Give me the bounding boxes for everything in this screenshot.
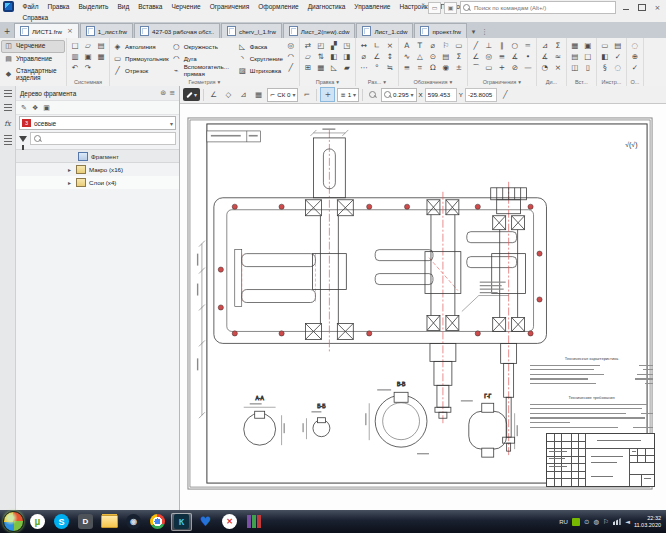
panel-tab-standard-parts[interactable]: ◆ Стандартные изделия	[1, 66, 65, 84]
current-style-button[interactable]: ▾	[183, 88, 200, 101]
ribbon-tool-icon[interactable]: ⊘	[509, 62, 521, 73]
tool-auxline[interactable]: ⌁Вспомогатель... прямая	[171, 64, 235, 77]
ribbon-tool-icon[interactable]: ✓	[612, 51, 624, 62]
ribbon-tool-icon[interactable]: ⊙	[427, 51, 439, 62]
ribbon-tool-icon[interactable]: —	[522, 62, 534, 73]
ribbon-tool-icon[interactable]: ◎	[285, 40, 297, 51]
screen-mode-icon[interactable]: ▣	[444, 2, 457, 14]
zoom-tool-icon[interactable]	[366, 88, 379, 101]
ribbon-tool-icon[interactable]: ◔	[539, 62, 551, 73]
panel-menu-icon[interactable]: ≡	[169, 89, 175, 97]
ribbon-tool-icon[interactable]: ◨	[341, 51, 353, 62]
ribbon-tool-icon[interactable]: ↶	[69, 62, 81, 73]
coordinate-system-combo[interactable]: ⌐ СК 0 ▾	[267, 88, 298, 102]
ribbon-tool-icon[interactable]: ⌒	[470, 62, 482, 73]
tool-circle[interactable]: ○Окружность	[171, 40, 235, 52]
ribbon-tool-icon[interactable]: ✓	[629, 62, 641, 73]
ribbon-tool-icon[interactable]: ▭	[483, 62, 495, 73]
menu-item[interactable]: Файл	[18, 3, 43, 10]
ribbon-tool-icon[interactable]: □	[582, 51, 594, 62]
drawing-viewport[interactable]: √(√)	[180, 104, 666, 510]
ribbon-tool-icon[interactable]: ◺	[328, 62, 340, 73]
ribbon-tool-icon[interactable]: ▱	[302, 51, 314, 62]
ribbon-tool-icon[interactable]: ▞	[328, 40, 340, 51]
corner-rounding-icon[interactable]: ⌐	[300, 88, 313, 101]
ribbon-tool-icon[interactable]: A	[401, 40, 413, 51]
properties-panel-icon[interactable]	[4, 104, 12, 113]
snap-toggle-icon[interactable]: +	[320, 87, 335, 102]
ribbon-tool-icon[interactable]: ⊕	[629, 51, 641, 62]
tab-list-button[interactable]: ▾	[468, 25, 479, 38]
tool-fillet[interactable]: ◝Скругление	[237, 52, 283, 64]
ribbon-tool-icon[interactable]: ▤	[569, 51, 581, 62]
ribbon-tool-icon[interactable]: ⊿	[539, 40, 551, 51]
y-coordinate-field[interactable]: -25.8005	[465, 88, 497, 102]
tray-network-icon[interactable]	[613, 518, 621, 525]
ribbon-tool-icon[interactable]: △	[414, 51, 426, 62]
chevron-down-icon[interactable]: ▾	[518, 79, 521, 85]
ribbon-tool-icon[interactable]: ⋯	[358, 62, 370, 73]
ribbon-tool-icon[interactable]: ∿	[401, 51, 413, 62]
ribbon-tool-icon[interactable]: °	[371, 62, 383, 73]
restore-button[interactable]	[635, 2, 648, 13]
snap-ortho-icon[interactable]: ⊿	[237, 88, 250, 101]
taskbar-skype-icon[interactable]: S	[51, 513, 72, 531]
close-button[interactable]: ×	[651, 2, 664, 13]
ribbon-tool-icon[interactable]: +	[496, 62, 508, 73]
zoom-level-combo[interactable]: 0.295 ▾	[381, 88, 417, 102]
ribbon-tool-icon[interactable]: ◉	[440, 62, 452, 73]
menu-item[interactable]: Ограничения	[205, 3, 254, 10]
tray-volume-icon[interactable]: ◄	[625, 518, 630, 526]
taskbar-chrome-icon[interactable]	[147, 513, 168, 531]
tray-update-icon[interactable]: ⊙	[584, 518, 589, 526]
search-input[interactable]	[472, 4, 613, 12]
ribbon-tool-icon[interactable]: ▰	[341, 62, 353, 73]
taskbar-capture-icon[interactable]: ✕	[219, 513, 240, 531]
document-tab[interactable]: cherv_l_1.frw	[221, 23, 282, 38]
ribbon-tool-icon[interactable]: ▦	[95, 51, 107, 62]
ribbon-tool-icon[interactable]: ▦	[569, 40, 581, 51]
ribbon-tool-icon[interactable]: ⌀	[427, 40, 439, 51]
ribbon-tool-icon[interactable]: ∡	[539, 51, 551, 62]
ribbon-tool-icon[interactable]: ◧	[328, 51, 340, 62]
ribbon-tool-icon[interactable]: ⊞	[302, 62, 314, 73]
minimize-button[interactable]	[619, 2, 632, 13]
taskbar-winrar-icon[interactable]	[243, 513, 264, 531]
tray-nvidia-icon[interactable]	[572, 518, 580, 526]
pen-style-icon[interactable]: ✎	[21, 104, 27, 112]
taskbar-steam-icon[interactable]: ◉	[123, 513, 144, 531]
menu-item[interactable]: Управление	[350, 3, 395, 10]
ribbon-tool-icon[interactable]: ▣	[582, 40, 594, 51]
ribbon-tool-icon[interactable]: §	[599, 62, 611, 73]
ribbon-tool-icon[interactable]: ▣	[82, 51, 94, 62]
panels-list-icon[interactable]	[4, 90, 12, 97]
ribbon-tool-icon[interactable]: ◎	[483, 51, 495, 62]
document-tab[interactable]: Лист_2(new).cdw	[283, 23, 356, 38]
variables-fx-icon[interactable]: fx	[4, 120, 11, 128]
chevron-down-icon[interactable]: ▾	[336, 79, 339, 85]
taskbar-discord-icon[interactable]: D	[75, 513, 96, 531]
ribbon-tool-icon[interactable]: ≒	[384, 62, 396, 73]
command-search[interactable]	[460, 1, 616, 14]
panel-tab-drawing[interactable]: ◫ Черчение	[1, 40, 65, 53]
tool-segment[interactable]: ╱Отрезок	[112, 64, 169, 76]
ribbon-tool-icon[interactable]: ⊥	[483, 40, 495, 51]
ribbon-tool-icon[interactable]: ≡	[496, 51, 508, 62]
ribbon-tool-icon[interactable]: ∥	[496, 40, 508, 51]
panel-tab-management[interactable]: ▤ Управление	[1, 53, 65, 66]
ribbon-tool-icon[interactable]: ±	[453, 62, 465, 73]
window-layout-icon[interactable]: ▭	[428, 2, 441, 14]
snap-point-icon[interactable]: ◇	[222, 88, 235, 101]
ribbon-tool-icon[interactable]: ∠	[470, 51, 482, 62]
ribbon-tool-icon[interactable]: Σ	[552, 40, 564, 51]
tool-autoline[interactable]: ◈Автолиния	[112, 40, 169, 52]
menu-item[interactable]: Выделить	[74, 3, 113, 10]
app-logo-icon[interactable]	[3, 1, 14, 12]
new-tab-button[interactable]: +	[0, 25, 14, 38]
document-tab[interactable]: 1_лист.frw	[80, 23, 133, 38]
tab-overflow-button[interactable]: ⋮	[479, 25, 490, 38]
ribbon-tool-icon[interactable]: ▥	[69, 51, 81, 62]
ribbon-tool-icon[interactable]: ×	[384, 40, 396, 51]
ribbon-tool-icon[interactable]: ∟	[371, 40, 383, 51]
ribbon-tool-icon[interactable]: ═	[522, 40, 534, 51]
